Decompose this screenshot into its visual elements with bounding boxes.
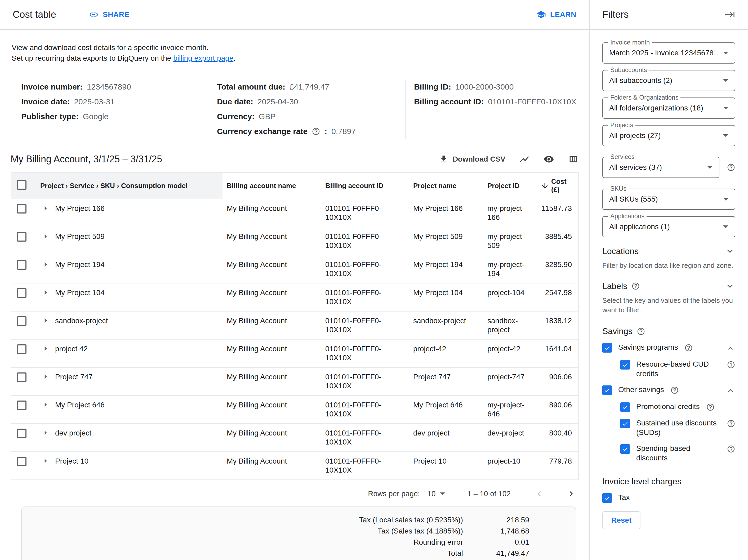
row-checkbox[interactable] — [17, 457, 26, 466]
locations-section-header[interactable]: Locations — [602, 246, 735, 256]
expand-row-icon[interactable] — [40, 259, 51, 270]
column-header-cost[interactable]: Cost (£) — [536, 172, 579, 199]
help-icon[interactable] — [637, 327, 645, 336]
chevron-down-icon[interactable] — [725, 246, 735, 256]
billing-export-link[interactable]: billing export page — [173, 54, 233, 62]
help-icon[interactable] — [706, 403, 715, 412]
table-row[interactable]: Project 747 My Billing Account 010101-F0… — [10, 368, 579, 396]
row-checkbox[interactable] — [17, 428, 26, 438]
help-icon[interactable] — [727, 163, 735, 172]
learn-button[interactable]: LEARN — [536, 10, 576, 19]
table-row[interactable]: sandbox-project My Billing Account 01010… — [10, 311, 579, 339]
savings-programs-checkbox[interactable] — [602, 343, 612, 353]
table-row[interactable]: project 42 My Billing Account 010101-F0F… — [10, 339, 579, 368]
next-page-icon[interactable] — [566, 488, 576, 499]
expand-row-icon[interactable] — [40, 231, 51, 241]
row-project-label: sandbox-project — [55, 316, 108, 325]
row-checkbox[interactable] — [17, 288, 26, 298]
row-billing-account-name: My Billing Account — [223, 368, 321, 396]
previous-page-icon[interactable] — [534, 488, 544, 499]
promotional-credits-checkbox[interactable] — [620, 402, 630, 412]
table-row[interactable]: My Project 194 My Billing Account 010101… — [10, 255, 579, 283]
applications-select[interactable]: Applications All applications (1) — [602, 216, 735, 237]
expand-row-icon[interactable] — [40, 371, 51, 382]
rows-per-page-select[interactable]: 10 — [427, 490, 445, 498]
help-icon[interactable] — [312, 127, 320, 136]
expand-row-icon[interactable] — [40, 287, 51, 298]
help-icon[interactable] — [631, 282, 640, 290]
row-project-name: My Project 194 — [409, 255, 483, 283]
savings-programs-row: Savings programs — [602, 343, 735, 353]
row-checkbox[interactable] — [17, 260, 26, 270]
row-billing-account-name: My Billing Account — [223, 255, 321, 283]
spending-based-discounts-checkbox[interactable] — [620, 444, 630, 454]
download-icon — [439, 155, 448, 164]
tax-checkbox[interactable] — [602, 493, 612, 503]
chevron-up-icon[interactable] — [726, 344, 735, 353]
table-row[interactable]: My Project 646 My Billing Account 010101… — [10, 396, 579, 424]
invoice-summary-line: Total amount due: £41,749.47 — [217, 79, 405, 94]
check-icon — [622, 445, 629, 453]
row-project-label: Project 747 — [55, 372, 93, 381]
help-icon[interactable] — [684, 344, 693, 352]
chevron-down-icon[interactable] — [725, 281, 735, 291]
table-row[interactable]: dev project My Billing Account 010101-F0… — [10, 424, 579, 452]
folders-organizations-select[interactable]: Folders & Organizations All folders/orga… — [602, 97, 735, 119]
expand-row-icon[interactable] — [40, 343, 51, 354]
expand-row-icon[interactable] — [40, 456, 51, 466]
row-billing-account-name: My Billing Account — [223, 396, 321, 424]
expand-row-icon[interactable] — [40, 427, 51, 438]
row-checkbox[interactable] — [17, 372, 26, 382]
help-icon[interactable] — [727, 445, 735, 453]
sustained-use-discounts-checkbox[interactable] — [620, 419, 630, 428]
reset-button[interactable]: Reset — [602, 511, 640, 529]
share-button[interactable]: SHARE — [89, 10, 130, 19]
view-columns-icon[interactable] — [568, 154, 579, 164]
filters-title: Filters — [602, 9, 629, 20]
row-checkbox[interactable] — [17, 316, 26, 326]
skus-select[interactable]: SKUs All SKUs (555) — [602, 189, 735, 210]
resource-cud-credits-checkbox[interactable] — [620, 360, 630, 370]
eye-icon[interactable] — [543, 154, 554, 164]
row-checkbox[interactable] — [17, 204, 26, 213]
locations-description: Filter by location data like region and … — [602, 261, 735, 270]
row-project-label: My Project 509 — [55, 232, 104, 241]
table-row[interactable]: My Project 104 My Billing Account 010101… — [10, 283, 579, 311]
table-row[interactable]: My Project 509 My Billing Account 010101… — [10, 227, 579, 255]
help-icon[interactable] — [727, 419, 735, 428]
tax-summary-row: Tax (Local sales tax (0.5235%)) 218.59 — [22, 514, 529, 526]
projects-select[interactable]: Projects All projects (27) — [602, 125, 735, 146]
chart-icon[interactable] — [519, 154, 530, 164]
other-savings-checkbox[interactable] — [602, 386, 612, 395]
select-all-checkbox[interactable] — [17, 180, 26, 190]
table-row[interactable]: Project 10 My Billing Account 010101-F0F… — [10, 452, 579, 480]
invoice-summary-line: Currency: GBP — [217, 109, 405, 124]
chevron-up-icon[interactable] — [726, 386, 735, 396]
column-header-hierarchy: Project › Service › SKU › Consumption mo… — [36, 172, 223, 199]
row-checkbox[interactable] — [17, 232, 26, 241]
expand-row-icon[interactable] — [40, 315, 51, 326]
help-icon[interactable] — [727, 360, 735, 369]
chevron-down-icon — [723, 107, 728, 110]
invoice-month-select[interactable]: Invoice month March 2025 - Invoice 12345… — [602, 42, 735, 64]
row-billing-account-name: My Billing Account — [223, 339, 321, 368]
row-project-name: project-42 — [409, 339, 483, 368]
subaccounts-select[interactable]: Subaccounts All subaccounts (2) — [602, 70, 735, 91]
row-project-name: dev project — [409, 424, 483, 452]
download-csv-button[interactable]: Download CSV — [439, 155, 506, 164]
row-checkbox[interactable] — [17, 400, 26, 410]
labels-section-header[interactable]: Labels — [602, 281, 735, 291]
row-project-id: project-747 — [483, 368, 536, 396]
link-icon — [89, 10, 98, 19]
promotional-credits-row: Promotional credits — [602, 402, 735, 412]
expand-row-icon[interactable] — [40, 399, 51, 410]
row-cost: 3285.90 — [536, 255, 579, 283]
row-billing-account-id: 010101-F0FFF0-10X10X — [321, 199, 409, 227]
help-icon[interactable] — [670, 386, 679, 394]
share-label: SHARE — [103, 10, 130, 19]
services-select[interactable]: Services All services (37) — [602, 157, 719, 178]
expand-row-icon[interactable] — [40, 203, 51, 213]
row-checkbox[interactable] — [17, 344, 26, 354]
table-row[interactable]: My Project 166 My Billing Account 010101… — [10, 199, 579, 227]
collapse-panel-icon[interactable] — [725, 9, 735, 20]
